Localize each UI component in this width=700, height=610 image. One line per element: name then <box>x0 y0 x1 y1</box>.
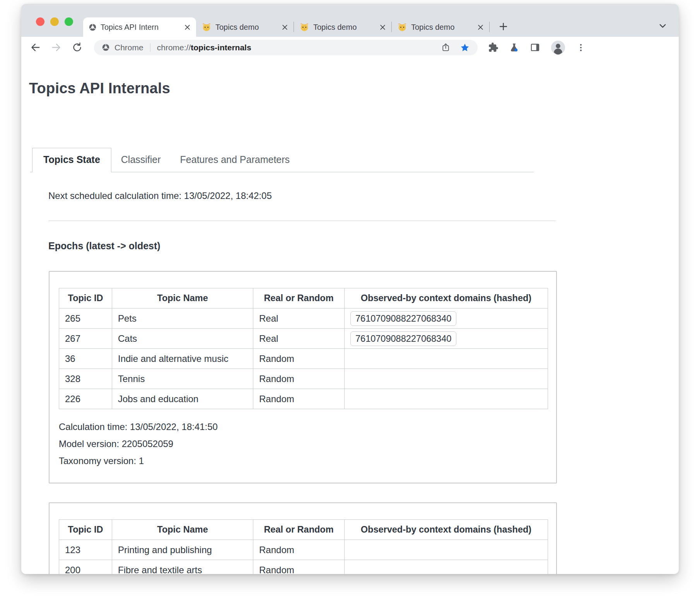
menu-kebab-icon[interactable] <box>576 43 586 53</box>
table-header-row: Topic IDTopic NameReal or RandomObserved… <box>59 520 548 540</box>
column-header: Topic ID <box>59 520 112 540</box>
table-row: 36Indie and alternative musicRandom <box>59 349 548 369</box>
chrome-logo-icon <box>102 43 110 51</box>
page-content: Topics API Internals Topics StateClassif… <box>21 58 679 574</box>
tab-close-icon[interactable] <box>184 24 191 31</box>
column-header: Observed-by context domains (hashed) <box>345 288 548 308</box>
experiments-icon[interactable] <box>509 42 519 53</box>
cell-real-or-random: Random <box>253 349 345 369</box>
cat-icon <box>201 22 212 32</box>
cell-topic-id: 200 <box>59 560 112 574</box>
column-header: Observed-by context domains (hashed) <box>345 520 548 540</box>
bookmark-star-icon[interactable] <box>460 43 470 53</box>
table-row: 267CatsReal7610709088227068340 <box>59 329 548 349</box>
table-row: 265PetsReal7610709088227068340 <box>59 308 548 329</box>
cell-observed-domains <box>345 349 548 369</box>
cell-topic-name: Indie and alternative music <box>112 349 253 369</box>
cell-topic-name: Pets <box>112 308 253 329</box>
next-calculation-time: Next scheduled calculation time: 13/05/2… <box>48 190 679 201</box>
tab-separator <box>489 22 490 32</box>
page-title: Topics API Internals <box>29 80 679 97</box>
cell-real-or-random: Random <box>253 389 345 409</box>
column-header: Topic Name <box>112 520 253 540</box>
share-icon[interactable] <box>441 43 451 52</box>
browser-tab[interactable]: Topics demo <box>294 17 391 37</box>
page-tab-topics-state[interactable]: Topics State <box>32 148 111 172</box>
epoch-topics-table: Topic IDTopic NameReal or RandomObserved… <box>59 519 548 574</box>
window-controls <box>36 17 73 26</box>
tab-title: Topics demo <box>215 23 278 32</box>
epoch-box: Topic IDTopic NameReal or RandomObserved… <box>49 271 557 483</box>
minimize-window-button[interactable] <box>50 17 59 26</box>
tab-title: Topics API Intern <box>101 23 180 32</box>
browser-tabstrip: Topics API InternTopics demoTopics demoT… <box>21 4 679 37</box>
forward-button[interactable] <box>50 41 62 54</box>
epochs-heading: Epochs (latest -> oldest) <box>48 240 679 252</box>
cell-observed-domains <box>345 540 548 560</box>
table-header-row: Topic IDTopic NameReal or RandomObserved… <box>59 288 548 308</box>
zoom-window-button[interactable] <box>65 17 73 26</box>
back-button[interactable] <box>29 41 41 54</box>
omnibox-url: chrome://topics-internals <box>157 43 251 52</box>
cell-topic-name: Jobs and education <box>112 389 253 409</box>
omnibox[interactable]: Chrome chrome://topics-internals <box>94 40 478 55</box>
cell-real-or-random: Random <box>253 560 345 574</box>
chrome-globe-icon <box>89 23 97 31</box>
cell-observed-domains <box>345 389 548 409</box>
cell-topic-id: 226 <box>59 389 112 409</box>
epoch-metadata-line: Taxonomy version: 1 <box>59 452 547 469</box>
close-window-button[interactable] <box>36 17 44 26</box>
topics-state-panel: Next scheduled calculation time: 13/05/2… <box>21 190 679 574</box>
hashed-domain-chip: 7610709088227068340 <box>350 311 456 326</box>
cell-real-or-random: Random <box>253 369 345 389</box>
browser-window: Topics API InternTopics demoTopics demoT… <box>21 4 679 574</box>
cell-topic-name: Cats <box>112 329 253 349</box>
cell-observed-domains <box>345 369 548 389</box>
hashed-domain-chip: 7610709088227068340 <box>350 331 456 346</box>
omnibox-product-label: Chrome <box>114 43 143 52</box>
profile-avatar[interactable] <box>551 40 565 55</box>
page-tab-classifier[interactable]: Classifier <box>111 148 171 172</box>
tab-close-icon[interactable] <box>282 24 288 31</box>
divider <box>48 221 556 221</box>
browser-tab[interactable]: Topics demo <box>392 17 489 37</box>
extensions-icon[interactable] <box>488 42 499 53</box>
tab-title: Topics demo <box>313 23 376 32</box>
column-header: Topic ID <box>59 288 112 308</box>
cell-real-or-random: Real <box>253 308 345 329</box>
page-tab-features-and-parameters[interactable]: Features and Parameters <box>171 148 299 172</box>
table-row: 328TennisRandom <box>59 369 548 389</box>
browser-tabs: Topics API InternTopics demoTopics demoT… <box>83 4 509 37</box>
epoch-box: Topic IDTopic NameReal or RandomObserved… <box>49 502 557 574</box>
cell-topic-id: 328 <box>59 369 112 389</box>
table-row: 123Printing and publishingRandom <box>59 540 548 560</box>
tab-close-icon[interactable] <box>477 24 484 31</box>
cell-real-or-random: Real <box>253 329 345 349</box>
browser-tab[interactable]: Topics demo <box>196 17 294 37</box>
epoch-metadata-line: Model version: 2205052059 <box>59 435 547 452</box>
cell-topic-name: Printing and publishing <box>112 540 253 560</box>
url-scheme: chrome:// <box>157 43 191 52</box>
cell-topic-id: 123 <box>59 540 112 560</box>
tab-search-chevron-icon[interactable] <box>657 21 668 31</box>
omnibox-divider <box>150 43 150 52</box>
cell-observed-domains <box>345 560 548 574</box>
tab-title: Topics demo <box>411 23 473 32</box>
table-row: 200Fibre and textile artsRandom <box>59 560 548 574</box>
cell-topic-id: 267 <box>59 329 112 349</box>
cat-icon <box>299 22 309 32</box>
epoch-metadata: Calculation time: 13/05/2022, 18:41:50Mo… <box>59 418 547 469</box>
cat-icon <box>397 22 407 32</box>
table-row: 226Jobs and educationRandom <box>59 389 548 409</box>
side-panel-icon[interactable] <box>530 42 540 53</box>
column-header: Real or Random <box>253 520 345 540</box>
cell-topic-name: Fibre and textile arts <box>112 560 253 574</box>
new-tab-button[interactable] <box>498 21 509 32</box>
tab-close-icon[interactable] <box>379 24 386 31</box>
reload-button[interactable] <box>71 41 83 54</box>
cell-topic-name: Tennis <box>112 369 253 389</box>
page-tabs: Topics StateClassifierFeatures and Param… <box>30 148 534 172</box>
epoch-topics-table: Topic IDTopic NameReal or RandomObserved… <box>59 288 548 409</box>
browser-tab-active[interactable]: Topics API Intern <box>83 17 196 37</box>
column-header: Topic Name <box>112 288 253 308</box>
